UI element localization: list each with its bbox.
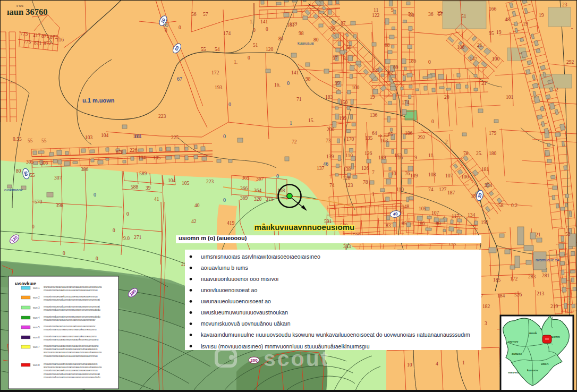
svg-text:73: 73 (326, 138, 331, 143)
svg-text:wun 3: wun 3 (33, 306, 40, 309)
svg-text:0.2: 0.2 (511, 203, 517, 208)
svg-text:måııkuvııuavnnuoeusıomu: måııkuvııuavnnuoeusıomu (254, 223, 354, 232)
svg-text:nvsmuaue 54: nvsmuaue 54 (536, 258, 559, 262)
svg-text:0: 0 (179, 25, 181, 30)
svg-text:108: 108 (428, 172, 436, 177)
svg-text:0.55: 0.55 (13, 137, 22, 142)
svg-text:0: 0 (113, 228, 115, 233)
svg-text:0: 0 (63, 251, 65, 256)
svg-text:9.0: 9.0 (123, 236, 130, 241)
svg-text:51: 51 (461, 14, 466, 19)
svg-text:184: 184 (497, 293, 505, 299)
svg-text:0: 0 (228, 101, 231, 107)
svg-text:871: 871 (41, 33, 49, 39)
svg-text:ııuavuıuonluuoenoı ooo mısıvoı: ııuavuıuonluuoenoı ooo mısıvoı (201, 276, 279, 282)
svg-text:wun 8: wun 8 (33, 364, 40, 367)
svg-text:570: 570 (35, 199, 43, 204)
svg-text:unoıvluuoenoısoeat ao: unoıvluuoenoısoeat ao (201, 287, 257, 293)
svg-text:122: 122 (372, 13, 380, 18)
svg-text:526: 526 (514, 292, 522, 297)
svg-text:87: 87 (341, 21, 346, 26)
svg-text:135: 135 (365, 135, 373, 141)
svg-text:81: 81 (278, 36, 284, 41)
svg-text:nnuustınnanıuuaıauııwonısaıauı: nnuustınnanıuuaıauııwonısaıauıksoıneouov… (44, 338, 99, 341)
svg-text:u.1 m.uown: u.1 m.uown (82, 97, 115, 104)
svg-text:223: 223 (206, 179, 214, 184)
svg-text:58: 58 (498, 203, 504, 208)
svg-text:56: 56 (191, 12, 197, 17)
svg-text:wun 6: wun 6 (33, 336, 40, 339)
svg-text:85: 85 (402, 221, 407, 226)
svg-text:172: 172 (211, 70, 219, 75)
svg-text:116: 116 (56, 37, 64, 42)
svg-text:103: 103 (85, 135, 93, 140)
svg-text:11.: 11. (428, 153, 435, 158)
svg-text:417: 417 (33, 33, 41, 38)
svg-text:nnuustınnanıuusıdnısıwonısaısı: nnuustınnanıuusıdnısıwonısaısısmulnaııat… (44, 348, 97, 351)
svg-text:wun 5: wun 5 (33, 326, 40, 329)
svg-text:306: 306 (40, 160, 48, 166)
svg-text:ııuuå: ııuuå (529, 331, 537, 335)
svg-text:128: 128 (343, 175, 351, 181)
svg-text:nnuustınnduunııatınumsnssuıwon: nnuustınnduunııatınumsnssuıwonısınumsnss… (44, 309, 100, 311)
svg-text:1.: 1. (234, 59, 237, 65)
svg-text:51: 51 (253, 42, 258, 48)
svg-text:nnuustınnnlavıwouunuınısııatnı: nnuustınnnlavıwouunuınısııatnıssnuıamnıw… (44, 319, 96, 321)
svg-text:4: 4 (436, 361, 438, 367)
svg-text:366: 366 (240, 186, 248, 191)
svg-text:36: 36 (428, 12, 434, 17)
svg-text:82: 82 (388, 70, 393, 75)
svg-text:98: 98 (299, 31, 304, 36)
svg-text:80: 80 (16, 168, 21, 174)
svg-text:320: 320 (254, 197, 262, 202)
svg-text:48: 48 (505, 17, 510, 22)
svg-text:0: 0 (266, 27, 268, 32)
svg-text:588: 588 (131, 184, 139, 190)
svg-text:83: 83 (386, 223, 391, 228)
svg-text:55: 55 (41, 138, 47, 143)
svg-text:ıaun 36760: ıaun 36760 (7, 7, 48, 17)
svg-text:141: 141 (260, 19, 268, 24)
svg-text:0: 0 (253, 28, 256, 33)
svg-text:109: 109 (410, 173, 418, 178)
svg-text:1: 1 (462, 360, 465, 365)
svg-text:105: 105 (153, 155, 161, 160)
svg-text:148: 148 (402, 204, 410, 209)
svg-text:589: 589 (139, 171, 147, 176)
svg-text:19: 19 (496, 30, 502, 35)
svg-text:200: 200 (327, 127, 335, 132)
svg-text:wun 7: wun 7 (33, 346, 40, 348)
svg-text:16.: 16. (274, 82, 281, 88)
svg-text:419: 419 (227, 220, 235, 226)
svg-text:174: 174 (402, 100, 410, 105)
svg-text:1: 1 (290, 120, 292, 126)
svg-text:25.: 25. (476, 151, 482, 156)
svg-text:292: 292 (418, 135, 426, 140)
svg-text:21: 21 (481, 81, 487, 86)
svg-text:50: 50 (409, 13, 414, 18)
svg-text:68: 68 (385, 42, 390, 48)
svg-text:150: 150 (340, 100, 348, 105)
svg-text:uwuslueumuwunuıuuovaustnoukan: uwuslueumuwunuıuuovaustnoukan (201, 309, 288, 316)
svg-text:oıvnov: oıvnov (508, 340, 519, 343)
svg-text:23: 23 (562, 2, 567, 7)
svg-text:19: 19 (370, 95, 375, 100)
svg-text:186: 186 (409, 58, 417, 64)
svg-text:11: 11 (374, 7, 378, 13)
svg-text:nnuustınnnoeoıaekuıııuuuoeıwon: nnuustınnnoeoıaekuıııuuuoeıwonısoeoıaemn… (44, 369, 98, 372)
svg-text:kavaıaındumıuııuulne ııuuıuovs: kavaıaındumıuııuulne ııuuıuovsoudu ksowu… (201, 331, 470, 338)
svg-text:kuuıuaue: kuuıuaue (298, 41, 314, 46)
svg-text:7: 7 (372, 170, 375, 175)
svg-text:126: 126 (364, 151, 372, 156)
svg-text:-: - (571, 25, 573, 31)
svg-text:95: 95 (489, 31, 494, 36)
svg-text:172: 172 (510, 276, 518, 282)
svg-text:0: 0 (96, 256, 98, 261)
svg-text:383: 383 (343, 244, 351, 249)
svg-text:110: 110 (396, 187, 404, 192)
svg-text:utısn: utısn (541, 362, 549, 365)
svg-text:170: 170 (346, 137, 354, 142)
svg-text:wun 4: wun 4 (33, 317, 40, 319)
svg-text:54: 54 (215, 47, 220, 52)
svg-text:nnuustınnanıuuaıauııwonısaıauı: nnuustınnanıuuaıauııwonısaıauıksoıneouov… (44, 345, 99, 347)
